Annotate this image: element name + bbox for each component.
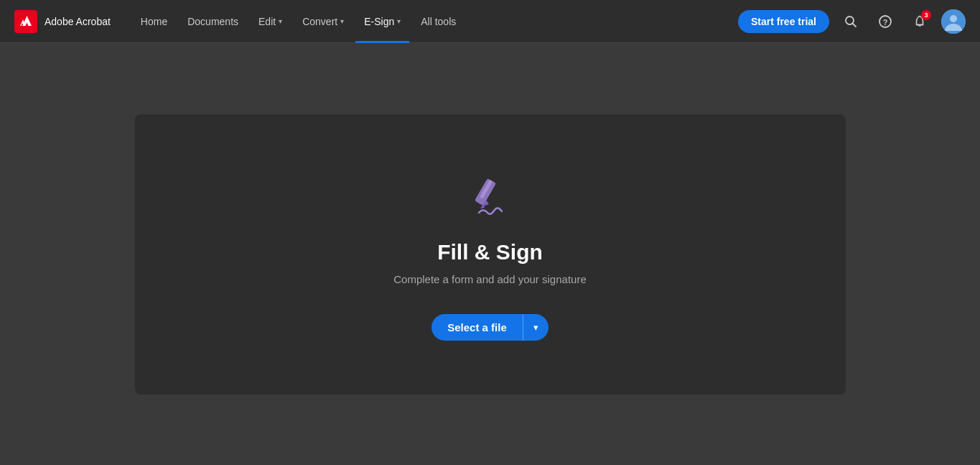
user-avatar[interactable] — [941, 9, 966, 34]
edit-chevron-icon: ▾ — [279, 17, 282, 25]
nav-label-convert: Convert — [302, 16, 337, 27]
nav-item-esign[interactable]: E-Sign ▾ — [355, 0, 409, 43]
nav-item-alltools[interactable]: All tools — [412, 0, 465, 43]
fill-sign-icon — [462, 168, 519, 226]
notification-badge: 3 — [921, 10, 931, 20]
nav-label-esign: E-Sign — [364, 16, 394, 27]
avatar-image — [941, 9, 966, 34]
nav-label-edit: Edit — [258, 16, 276, 27]
nav-item-edit[interactable]: Edit ▾ — [250, 0, 291, 43]
nav-item-convert[interactable]: Convert ▾ — [294, 0, 353, 43]
main-content: Fill & Sign Complete a form and add your… — [0, 43, 980, 465]
nav-label-home: Home — [141, 16, 167, 27]
dropdown-chevron-icon: ▾ — [533, 322, 538, 333]
app-name: Adobe Acrobat — [45, 16, 111, 27]
logo-area[interactable]: Adobe Acrobat — [14, 10, 111, 33]
top-navigation: Adobe Acrobat Home Documents Edit ▾ Conv… — [0, 0, 980, 43]
svg-line-1 — [853, 23, 857, 27]
header-actions: Start free trial ? 3 — [738, 9, 966, 34]
fill-sign-card: Fill & Sign Complete a form and add your… — [135, 114, 846, 395]
nav-label-documents: Documents — [187, 16, 238, 27]
help-button[interactable]: ? — [872, 9, 898, 34]
esign-chevron-icon: ▾ — [397, 17, 401, 25]
convert-chevron-icon: ▾ — [340, 17, 344, 25]
select-file-dropdown-button[interactable]: ▾ — [523, 314, 549, 341]
svg-text:?: ? — [883, 17, 888, 26]
start-trial-button[interactable]: Start free trial — [738, 10, 829, 33]
nav-label-alltools: All tools — [421, 16, 456, 27]
main-nav: Home Documents Edit ▾ Convert ▾ E-Sign ▾… — [132, 0, 738, 43]
select-file-button-group: Select a file ▾ — [431, 314, 549, 341]
adobe-logo-icon — [14, 10, 37, 33]
search-icon — [844, 15, 857, 28]
nav-item-documents[interactable]: Documents — [179, 0, 247, 43]
search-button[interactable] — [838, 9, 864, 34]
help-icon: ? — [879, 15, 892, 28]
svg-point-6 — [950, 15, 957, 22]
card-title: Fill & Sign — [437, 240, 543, 264]
notifications-button[interactable]: 3 — [907, 9, 933, 34]
card-subtitle: Complete a form and add your signature — [393, 273, 586, 285]
nav-item-home[interactable]: Home — [132, 0, 176, 43]
select-file-button[interactable]: Select a file — [431, 314, 523, 341]
